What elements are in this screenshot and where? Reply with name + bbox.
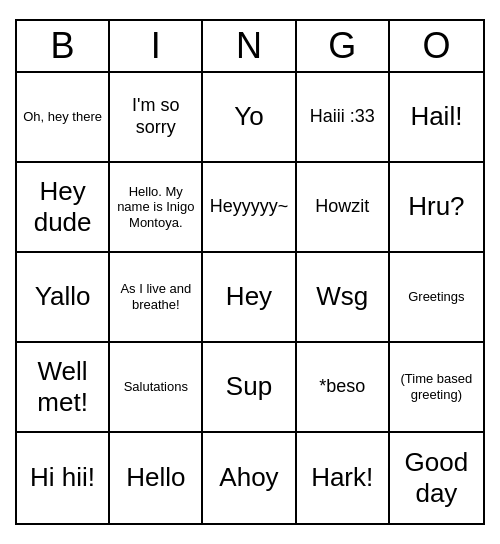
cell-text: Hi hii! [30,462,95,493]
cell-text: Hello [126,462,185,493]
bingo-cell: Hi hii! [17,433,110,523]
cell-text: Hail! [410,101,462,132]
bingo-grid: Oh, hey thereI'm so sorryYoHaiii :33Hail… [17,73,483,523]
cell-text: I'm so sorry [114,95,197,138]
bingo-cell: Hail! [390,73,483,163]
header-letter: G [297,21,390,71]
cell-text: Ahoy [219,462,278,493]
bingo-cell: Good day [390,433,483,523]
cell-text: Hey [226,281,272,312]
cell-text: Hark! [311,462,373,493]
cell-text: Haiii :33 [310,106,375,128]
bingo-cell: Hello. My name is Inigo Montoya. [110,163,203,253]
cell-text: Sup [226,371,272,402]
cell-text: Hey dude [21,176,104,238]
cell-text: Hru? [408,191,464,222]
bingo-cell: Haiii :33 [297,73,390,163]
bingo-cell: Wsg [297,253,390,343]
bingo-cell: Salutations [110,343,203,433]
bingo-cell: I'm so sorry [110,73,203,163]
bingo-cell: Greetings [390,253,483,343]
bingo-header: BINGO [17,21,483,73]
bingo-cell: Well met! [17,343,110,433]
bingo-card: BINGO Oh, hey thereI'm so sorryYoHaiii :… [15,19,485,525]
cell-text: Salutations [124,379,188,395]
bingo-cell: (Time based greeting) [390,343,483,433]
bingo-cell: As I live and breathe! [110,253,203,343]
cell-text: Oh, hey there [23,109,102,125]
bingo-cell: Hru? [390,163,483,253]
cell-text: As I live and breathe! [114,281,197,312]
bingo-cell: Yallo [17,253,110,343]
cell-text: Howzit [315,196,369,218]
bingo-cell: Heyyyyy~ [203,163,296,253]
bingo-cell: Howzit [297,163,390,253]
cell-text: Hello. My name is Inigo Montoya. [114,184,197,231]
bingo-cell: Yo [203,73,296,163]
cell-text: Wsg [316,281,368,312]
bingo-cell: Hello [110,433,203,523]
bingo-cell: Ahoy [203,433,296,523]
bingo-cell: Hark! [297,433,390,523]
cell-text: (Time based greeting) [394,371,479,402]
cell-text: Yo [234,101,263,132]
cell-text: Heyyyyy~ [210,196,289,218]
header-letter: O [390,21,483,71]
cell-text: Good day [394,447,479,509]
cell-text: Yallo [35,281,91,312]
cell-text: *beso [319,376,365,398]
header-letter: I [110,21,203,71]
cell-text: Greetings [408,289,464,305]
header-letter: N [203,21,296,71]
bingo-cell: Hey dude [17,163,110,253]
bingo-cell: Oh, hey there [17,73,110,163]
bingo-cell: *beso [297,343,390,433]
bingo-cell: Sup [203,343,296,433]
bingo-cell: Hey [203,253,296,343]
header-letter: B [17,21,110,71]
cell-text: Well met! [21,356,104,418]
